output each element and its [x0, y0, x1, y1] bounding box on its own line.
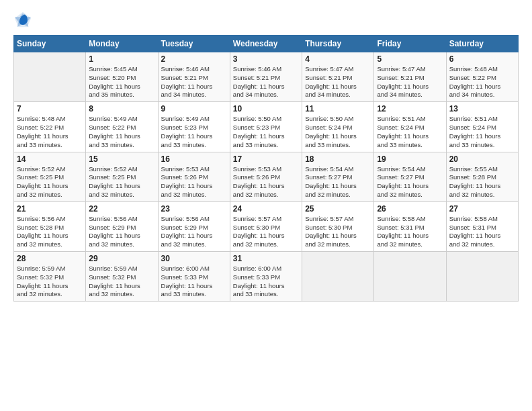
col-header-wednesday: Wednesday — [230, 36, 302, 52]
day-info: Sunrise: 5:58 AM Sunset: 5:31 PM Dayligh… — [449, 215, 515, 249]
day-cell: 31Sunrise: 6:00 AM Sunset: 5:33 PM Dayli… — [230, 252, 302, 302]
col-header-friday: Friday — [374, 36, 446, 52]
day-number: 7 — [17, 104, 83, 113]
day-number: 20 — [449, 154, 515, 164]
day-cell: 12Sunrise: 5:51 AM Sunset: 5:24 PM Dayli… — [374, 102, 446, 152]
day-number: 24 — [233, 204, 299, 214]
day-info: Sunrise: 5:53 AM Sunset: 5:26 PM Dayligh… — [233, 165, 299, 199]
day-cell: 25Sunrise: 5:57 AM Sunset: 5:30 PM Dayli… — [302, 201, 374, 251]
day-info: Sunrise: 5:57 AM Sunset: 5:30 PM Dayligh… — [305, 215, 371, 249]
day-info: Sunrise: 5:54 AM Sunset: 5:27 PM Dayligh… — [305, 165, 371, 199]
week-row-4: 21Sunrise: 5:56 AM Sunset: 5:28 PM Dayli… — [14, 201, 519, 251]
day-cell: 24Sunrise: 5:57 AM Sunset: 5:30 PM Dayli… — [230, 201, 302, 251]
day-cell: 15Sunrise: 5:52 AM Sunset: 5:25 PM Dayli… — [86, 152, 158, 201]
day-number: 13 — [449, 104, 515, 113]
calendar-table: SundayMondayTuesdayWednesdayThursdayFrid… — [13, 35, 519, 302]
day-cell: 5Sunrise: 5:47 AM Sunset: 5:21 PM Daylig… — [374, 52, 446, 102]
logo-icon — [13, 11, 32, 30]
day-number: 30 — [161, 254, 227, 263]
day-number: 18 — [305, 154, 371, 164]
day-number: 23 — [161, 204, 227, 214]
day-number: 15 — [89, 154, 154, 164]
day-cell: 10Sunrise: 5:50 AM Sunset: 5:23 PM Dayli… — [230, 102, 302, 152]
day-info: Sunrise: 5:56 AM Sunset: 5:28 PM Dayligh… — [17, 215, 83, 249]
day-info: Sunrise: 5:52 AM Sunset: 5:25 PM Dayligh… — [17, 165, 83, 199]
col-header-saturday: Saturday — [446, 36, 518, 52]
day-cell: 4Sunrise: 5:47 AM Sunset: 5:21 PM Daylig… — [302, 52, 374, 102]
day-number: 16 — [161, 154, 227, 164]
day-cell: 17Sunrise: 5:53 AM Sunset: 5:26 PM Dayli… — [230, 152, 302, 201]
day-cell: 21Sunrise: 5:56 AM Sunset: 5:28 PM Dayli… — [14, 201, 86, 251]
col-header-sunday: Sunday — [14, 36, 86, 52]
day-number: 8 — [89, 104, 154, 113]
week-row-5: 28Sunrise: 5:59 AM Sunset: 5:32 PM Dayli… — [14, 252, 519, 302]
day-number: 14 — [17, 154, 83, 164]
day-info: Sunrise: 5:52 AM Sunset: 5:25 PM Dayligh… — [89, 165, 154, 199]
day-number: 28 — [17, 254, 83, 263]
col-header-thursday: Thursday — [302, 36, 374, 52]
day-number: 5 — [377, 54, 443, 64]
day-info: Sunrise: 5:51 AM Sunset: 5:24 PM Dayligh… — [449, 115, 515, 149]
day-info: Sunrise: 5:50 AM Sunset: 5:24 PM Dayligh… — [305, 115, 371, 149]
day-info: Sunrise: 6:00 AM Sunset: 5:33 PM Dayligh… — [233, 265, 299, 299]
day-cell: 19Sunrise: 5:54 AM Sunset: 5:27 PM Dayli… — [374, 152, 446, 201]
day-number: 19 — [377, 154, 443, 164]
header — [13, 11, 519, 30]
day-number: 3 — [233, 54, 299, 64]
day-info: Sunrise: 5:47 AM Sunset: 5:21 PM Dayligh… — [305, 65, 371, 99]
day-number: 2 — [161, 54, 227, 64]
day-info: Sunrise: 5:59 AM Sunset: 5:32 PM Dayligh… — [17, 265, 83, 299]
day-cell: 18Sunrise: 5:54 AM Sunset: 5:27 PM Dayli… — [302, 152, 374, 201]
day-info: Sunrise: 5:54 AM Sunset: 5:27 PM Dayligh… — [377, 165, 443, 199]
day-info: Sunrise: 5:51 AM Sunset: 5:24 PM Dayligh… — [377, 115, 443, 149]
day-info: Sunrise: 5:48 AM Sunset: 5:22 PM Dayligh… — [17, 115, 83, 149]
col-header-monday: Monday — [86, 36, 158, 52]
col-header-tuesday: Tuesday — [158, 36, 230, 52]
day-cell — [446, 252, 518, 302]
page: SundayMondayTuesdayWednesdayThursdayFrid… — [0, 0, 532, 411]
day-info: Sunrise: 5:46 AM Sunset: 5:21 PM Dayligh… — [161, 65, 227, 99]
day-number: 9 — [161, 104, 227, 113]
day-info: Sunrise: 5:46 AM Sunset: 5:21 PM Dayligh… — [233, 65, 299, 99]
day-cell: 7Sunrise: 5:48 AM Sunset: 5:22 PM Daylig… — [14, 102, 86, 152]
day-number: 12 — [377, 104, 443, 113]
day-info: Sunrise: 5:45 AM Sunset: 5:20 PM Dayligh… — [89, 65, 154, 99]
day-number: 6 — [449, 54, 515, 64]
day-info: Sunrise: 5:59 AM Sunset: 5:32 PM Dayligh… — [89, 265, 154, 299]
day-cell: 6Sunrise: 5:48 AM Sunset: 5:22 PM Daylig… — [446, 52, 518, 102]
day-number: 29 — [89, 254, 154, 263]
day-number: 21 — [17, 204, 83, 214]
day-cell — [374, 252, 446, 302]
day-info: Sunrise: 5:57 AM Sunset: 5:30 PM Dayligh… — [233, 215, 299, 249]
day-cell: 16Sunrise: 5:53 AM Sunset: 5:26 PM Dayli… — [158, 152, 230, 201]
day-cell: 27Sunrise: 5:58 AM Sunset: 5:31 PM Dayli… — [446, 201, 518, 251]
day-cell: 26Sunrise: 5:58 AM Sunset: 5:31 PM Dayli… — [374, 201, 446, 251]
day-number: 31 — [233, 254, 299, 263]
header-row: SundayMondayTuesdayWednesdayThursdayFrid… — [14, 36, 519, 52]
day-cell: 30Sunrise: 6:00 AM Sunset: 5:33 PM Dayli… — [158, 252, 230, 302]
week-row-1: 1Sunrise: 5:45 AM Sunset: 5:20 PM Daylig… — [14, 52, 519, 102]
day-number: 17 — [233, 154, 299, 164]
day-number: 26 — [377, 204, 443, 214]
day-info: Sunrise: 5:49 AM Sunset: 5:23 PM Dayligh… — [161, 115, 227, 149]
day-info: Sunrise: 5:56 AM Sunset: 5:29 PM Dayligh… — [161, 215, 227, 249]
day-cell: 22Sunrise: 5:56 AM Sunset: 5:29 PM Dayli… — [86, 201, 158, 251]
day-cell: 13Sunrise: 5:51 AM Sunset: 5:24 PM Dayli… — [446, 102, 518, 152]
day-number: 1 — [89, 54, 154, 64]
day-cell — [302, 252, 374, 302]
day-cell: 8Sunrise: 5:49 AM Sunset: 5:22 PM Daylig… — [86, 102, 158, 152]
day-cell — [14, 52, 86, 102]
logo — [13, 11, 35, 30]
day-info: Sunrise: 5:53 AM Sunset: 5:26 PM Dayligh… — [161, 165, 227, 199]
day-number: 4 — [305, 54, 371, 64]
day-cell: 28Sunrise: 5:59 AM Sunset: 5:32 PM Dayli… — [14, 252, 86, 302]
day-cell: 29Sunrise: 5:59 AM Sunset: 5:32 PM Dayli… — [86, 252, 158, 302]
day-cell: 11Sunrise: 5:50 AM Sunset: 5:24 PM Dayli… — [302, 102, 374, 152]
week-row-3: 14Sunrise: 5:52 AM Sunset: 5:25 PM Dayli… — [14, 152, 519, 201]
day-number: 11 — [305, 104, 371, 113]
day-cell: 1Sunrise: 5:45 AM Sunset: 5:20 PM Daylig… — [86, 52, 158, 102]
day-cell: 20Sunrise: 5:55 AM Sunset: 5:28 PM Dayli… — [446, 152, 518, 201]
day-info: Sunrise: 5:47 AM Sunset: 5:21 PM Dayligh… — [377, 65, 443, 99]
day-cell: 2Sunrise: 5:46 AM Sunset: 5:21 PM Daylig… — [158, 52, 230, 102]
day-cell: 23Sunrise: 5:56 AM Sunset: 5:29 PM Dayli… — [158, 201, 230, 251]
